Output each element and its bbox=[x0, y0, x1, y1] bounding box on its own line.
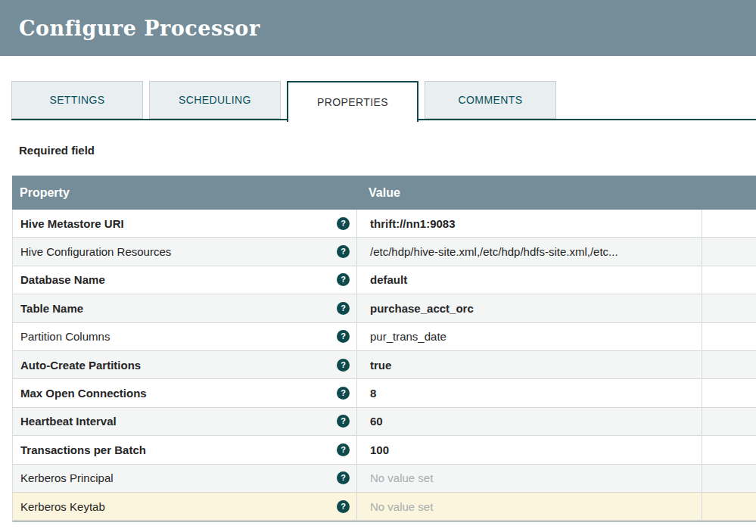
property-value[interactable]: 100 bbox=[356, 436, 702, 463]
property-cell: Kerberos Keytab ? bbox=[13, 493, 356, 520]
row-filler-cell bbox=[702, 210, 756, 237]
table-row[interactable]: Hive Metastore URI ? thrift://nn1:9083 bbox=[13, 210, 756, 238]
property-cell: Table Name ? bbox=[13, 294, 356, 322]
property-value[interactable]: 8 bbox=[356, 379, 702, 406]
table-row[interactable]: Auto-Create Partitions ? true bbox=[13, 351, 756, 379]
property-name: Partition Columns bbox=[20, 330, 337, 343]
tab-label: SCHEDULING bbox=[179, 94, 251, 106]
property-name: Hive Metastore URI bbox=[20, 217, 337, 230]
question-mark-help-icon[interactable]: ? bbox=[337, 387, 350, 400]
property-name: Transactions per Batch bbox=[20, 443, 337, 456]
property-cell: Auto-Create Partitions ? bbox=[13, 351, 356, 378]
tab-bar: SETTINGS SCHEDULING PROPERTIES COMMENTS bbox=[0, 81, 756, 122]
tab-comments[interactable]: COMMENTS bbox=[425, 81, 556, 119]
properties-table-rows: Hive Metastore URI ? thrift://nn1:9083 H… bbox=[12, 210, 756, 522]
question-mark-help-icon[interactable]: ? bbox=[337, 273, 350, 286]
property-name: Kerberos Keytab bbox=[20, 500, 337, 513]
property-value[interactable]: pur_trans_date bbox=[356, 323, 702, 350]
property-cell: Partition Columns ? bbox=[13, 323, 356, 350]
properties-table: Property Value Hive Metastore URI ? thri… bbox=[12, 176, 756, 522]
property-name: Kerberos Principal bbox=[20, 471, 337, 484]
table-row[interactable]: Transactions per Batch ? 100 bbox=[13, 436, 756, 464]
table-row[interactable]: Table Name ? purchase_acct_orc bbox=[13, 294, 756, 322]
row-filler-cell bbox=[702, 238, 756, 265]
property-name: Database Name bbox=[20, 273, 337, 286]
property-value[interactable]: No value set bbox=[356, 465, 702, 492]
table-row[interactable]: Kerberos Principal ? No value set bbox=[13, 465, 756, 493]
property-cell: Database Name ? bbox=[13, 266, 356, 294]
property-value[interactable]: No value set bbox=[356, 493, 702, 520]
tab-bar-tabs: SETTINGS SCHEDULING PROPERTIES COMMENTS bbox=[11, 81, 756, 122]
question-mark-help-icon[interactable]: ? bbox=[337, 471, 350, 484]
table-row[interactable]: Kerberos Keytab ? No value set bbox=[13, 493, 756, 521]
question-mark-help-icon[interactable]: ? bbox=[337, 245, 350, 258]
property-value[interactable]: true bbox=[356, 351, 702, 378]
property-name: Heartbeat Interval bbox=[20, 415, 337, 428]
table-row[interactable]: Hive Configuration Resources ? /etc/hdp/… bbox=[13, 238, 756, 266]
property-name: Table Name bbox=[20, 302, 337, 315]
question-mark-help-icon[interactable]: ? bbox=[337, 330, 350, 343]
row-filler-cell bbox=[702, 323, 756, 350]
property-value[interactable]: 60 bbox=[356, 408, 702, 435]
property-cell: Hive Configuration Resources ? bbox=[13, 238, 356, 265]
row-filler-cell bbox=[702, 436, 756, 463]
table-row[interactable]: Max Open Connections ? 8 bbox=[13, 379, 756, 407]
question-mark-help-icon[interactable]: ? bbox=[337, 302, 350, 315]
required-field-legend: Required field bbox=[19, 144, 756, 157]
tab-label: PROPERTIES bbox=[317, 96, 388, 108]
property-value[interactable]: default bbox=[356, 266, 702, 294]
properties-table-header: Property Value bbox=[12, 176, 756, 210]
row-filler-cell bbox=[702, 294, 756, 322]
table-row[interactable]: Database Name ? default bbox=[13, 266, 756, 294]
row-filler-cell bbox=[702, 266, 756, 294]
property-name: Hive Configuration Resources bbox=[20, 245, 337, 258]
property-value[interactable]: purchase_acct_orc bbox=[356, 294, 702, 322]
tab-label: SETTINGS bbox=[49, 94, 104, 106]
tab-scheduling[interactable]: SCHEDULING bbox=[149, 81, 281, 119]
row-filler-cell bbox=[702, 379, 756, 406]
question-mark-help-icon[interactable]: ? bbox=[337, 500, 350, 513]
dialog-header: Configure Processor bbox=[0, 0, 756, 56]
row-filler-cell bbox=[702, 465, 756, 492]
question-mark-help-icon[interactable]: ? bbox=[337, 415, 350, 428]
table-row[interactable]: Heartbeat Interval ? 60 bbox=[13, 408, 756, 436]
property-cell: Hive Metastore URI ? bbox=[13, 210, 356, 237]
table-row[interactable]: Partition Columns ? pur_trans_date bbox=[13, 323, 756, 351]
property-name: Max Open Connections bbox=[20, 387, 337, 400]
property-cell: Heartbeat Interval ? bbox=[13, 408, 356, 435]
property-cell: Transactions per Batch ? bbox=[13, 436, 356, 463]
property-value[interactable]: thrift://nn1:9083 bbox=[356, 210, 702, 237]
property-cell: Kerberos Principal ? bbox=[13, 465, 356, 492]
property-cell: Max Open Connections ? bbox=[13, 379, 356, 406]
tab-label: COMMENTS bbox=[459, 94, 523, 106]
column-header-value: Value bbox=[356, 186, 701, 200]
row-filler-cell bbox=[702, 351, 756, 378]
dialog-title: Configure Processor bbox=[19, 17, 260, 40]
configure-processor-dialog: Configure Processor SETTINGS SCHEDULING … bbox=[0, 0, 756, 522]
question-mark-help-icon[interactable]: ? bbox=[337, 217, 350, 230]
property-value[interactable]: /etc/hdp/hive-site.xml,/etc/hdp/hdfs-sit… bbox=[356, 238, 702, 265]
tab-settings[interactable]: SETTINGS bbox=[11, 81, 143, 119]
property-name: Auto-Create Partitions bbox=[20, 359, 337, 372]
row-filler-cell bbox=[702, 408, 756, 435]
question-mark-help-icon[interactable]: ? bbox=[337, 443, 350, 456]
question-mark-help-icon[interactable]: ? bbox=[337, 359, 350, 372]
row-filler-cell bbox=[702, 493, 756, 520]
tab-properties[interactable]: PROPERTIES bbox=[287, 81, 418, 122]
column-header-property: Property bbox=[12, 186, 356, 200]
